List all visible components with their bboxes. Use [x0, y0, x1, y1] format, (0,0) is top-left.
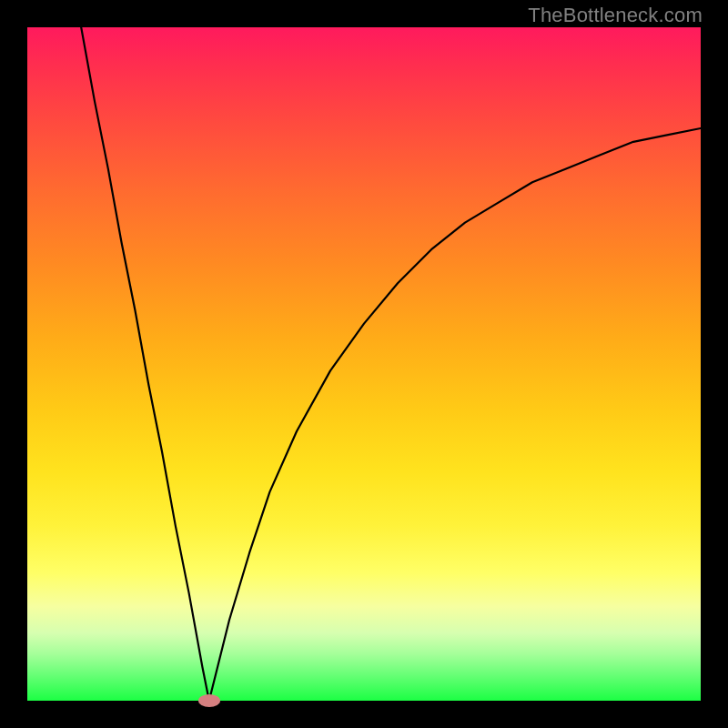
optimal-point-marker: [198, 694, 220, 707]
chart-frame: TheBottleneck.com: [0, 0, 728, 728]
watermark-label: TheBottleneck.com: [528, 4, 703, 27]
plot-area: [27, 27, 701, 701]
bottleneck-curve: [27, 27, 701, 701]
